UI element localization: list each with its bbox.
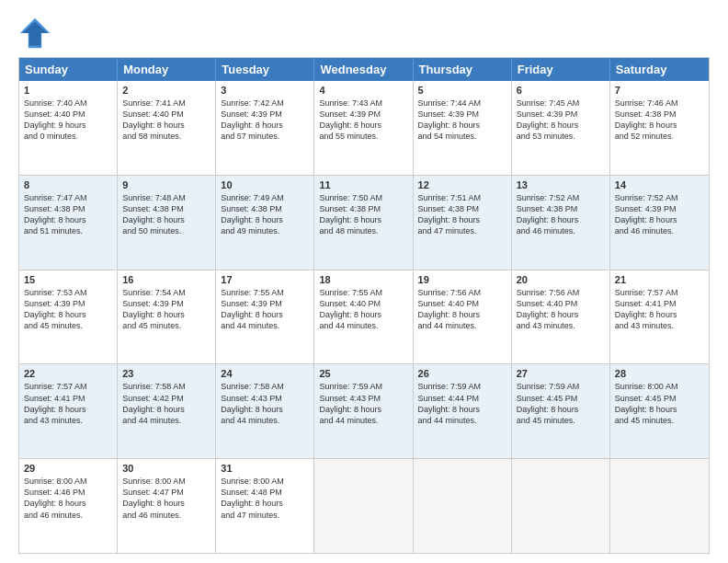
day-number: 3	[221, 85, 309, 96]
day-info: Sunrise: 7:48 AMSunset: 4:38 PMDaylight:…	[122, 192, 210, 237]
day-cell-5: 5Sunrise: 7:44 AMSunset: 4:39 PMDaylight…	[414, 81, 512, 175]
day-number: 29	[24, 463, 112, 474]
header-day-wednesday: Wednesday	[314, 58, 413, 81]
day-cell-25: 25Sunrise: 7:59 AMSunset: 4:43 PMDayligh…	[314, 364, 413, 458]
day-number: 4	[319, 85, 407, 96]
day-number: 12	[418, 179, 506, 190]
day-cell-19: 19Sunrise: 7:56 AMSunset: 4:40 PMDayligh…	[414, 270, 512, 364]
calendar-row-1: 8Sunrise: 7:47 AMSunset: 4:38 PMDaylight…	[19, 176, 709, 270]
day-cell-11: 11Sunrise: 7:50 AMSunset: 4:38 PMDayligh…	[314, 176, 413, 270]
day-info: Sunrise: 7:42 AMSunset: 4:39 PMDaylight:…	[221, 98, 309, 143]
day-cell-4: 4Sunrise: 7:43 AMSunset: 4:39 PMDaylight…	[314, 81, 413, 175]
day-info: Sunrise: 7:59 AMSunset: 4:43 PMDaylight:…	[319, 381, 407, 426]
day-cell-1: 1Sunrise: 7:40 AMSunset: 4:40 PMDaylight…	[19, 81, 118, 175]
day-number: 16	[122, 274, 210, 285]
calendar-row-4: 29Sunrise: 8:00 AMSunset: 4:46 PMDayligh…	[19, 459, 709, 553]
day-number: 17	[221, 274, 309, 285]
day-cell-21: 21Sunrise: 7:57 AMSunset: 4:41 PMDayligh…	[610, 270, 709, 364]
day-number: 31	[221, 463, 309, 474]
day-info: Sunrise: 7:55 AMSunset: 4:39 PMDaylight:…	[221, 287, 309, 332]
day-info: Sunrise: 7:52 AMSunset: 4:38 PMDaylight:…	[517, 192, 605, 237]
day-number: 2	[122, 85, 210, 96]
day-cell-24: 24Sunrise: 7:58 AMSunset: 4:43 PMDayligh…	[216, 364, 314, 458]
day-info: Sunrise: 8:00 AMSunset: 4:48 PMDaylight:…	[221, 476, 309, 521]
day-cell-2: 2Sunrise: 7:41 AMSunset: 4:40 PMDaylight…	[118, 81, 216, 175]
day-info: Sunrise: 7:59 AMSunset: 4:45 PMDaylight:…	[517, 381, 605, 426]
day-number: 8	[24, 179, 112, 190]
day-info: Sunrise: 8:00 AMSunset: 4:46 PMDaylight:…	[24, 476, 112, 521]
empty-cell	[414, 459, 512, 553]
header-day-friday: Friday	[512, 58, 610, 81]
day-cell-14: 14Sunrise: 7:52 AMSunset: 4:39 PMDayligh…	[610, 176, 709, 270]
calendar-body: 1Sunrise: 7:40 AMSunset: 4:40 PMDaylight…	[19, 81, 709, 553]
day-cell-16: 16Sunrise: 7:54 AMSunset: 4:39 PMDayligh…	[118, 270, 216, 364]
day-cell-6: 6Sunrise: 7:45 AMSunset: 4:39 PMDaylight…	[512, 81, 610, 175]
day-info: Sunrise: 7:53 AMSunset: 4:39 PMDaylight:…	[24, 287, 112, 332]
svg-marker-1	[23, 21, 48, 45]
day-number: 21	[615, 274, 704, 285]
day-cell-8: 8Sunrise: 7:47 AMSunset: 4:38 PMDaylight…	[19, 176, 118, 270]
empty-cell	[512, 459, 610, 553]
day-number: 27	[517, 368, 605, 379]
day-number: 11	[319, 179, 407, 190]
day-info: Sunrise: 7:51 AMSunset: 4:38 PMDaylight:…	[418, 192, 506, 237]
day-info: Sunrise: 7:47 AMSunset: 4:38 PMDaylight:…	[24, 192, 112, 237]
day-number: 30	[122, 463, 210, 474]
day-cell-22: 22Sunrise: 7:57 AMSunset: 4:41 PMDayligh…	[19, 364, 118, 458]
day-cell-30: 30Sunrise: 8:00 AMSunset: 4:47 PMDayligh…	[118, 459, 216, 553]
day-cell-28: 28Sunrise: 8:00 AMSunset: 4:45 PMDayligh…	[610, 364, 709, 458]
day-cell-15: 15Sunrise: 7:53 AMSunset: 4:39 PMDayligh…	[19, 270, 118, 364]
day-number: 22	[24, 368, 112, 379]
day-info: Sunrise: 7:57 AMSunset: 4:41 PMDaylight:…	[24, 381, 112, 426]
calendar: SundayMondayTuesdayWednesdayThursdayFrid…	[18, 57, 710, 554]
day-cell-29: 29Sunrise: 8:00 AMSunset: 4:46 PMDayligh…	[19, 459, 118, 553]
day-cell-13: 13Sunrise: 7:52 AMSunset: 4:38 PMDayligh…	[512, 176, 610, 270]
day-cell-9: 9Sunrise: 7:48 AMSunset: 4:38 PMDaylight…	[118, 176, 216, 270]
day-info: Sunrise: 7:58 AMSunset: 4:43 PMDaylight:…	[221, 381, 309, 426]
day-info: Sunrise: 7:52 AMSunset: 4:39 PMDaylight:…	[615, 192, 704, 237]
day-info: Sunrise: 7:57 AMSunset: 4:41 PMDaylight:…	[615, 287, 704, 332]
empty-cell	[314, 459, 413, 553]
header-day-sunday: Sunday	[19, 58, 118, 81]
day-info: Sunrise: 7:55 AMSunset: 4:40 PMDaylight:…	[319, 287, 407, 332]
day-info: Sunrise: 7:54 AMSunset: 4:39 PMDaylight:…	[122, 287, 210, 332]
day-info: Sunrise: 8:00 AMSunset: 4:45 PMDaylight:…	[615, 381, 704, 426]
day-number: 24	[221, 368, 309, 379]
day-cell-7: 7Sunrise: 7:46 AMSunset: 4:38 PMDaylight…	[610, 81, 709, 175]
day-number: 7	[615, 85, 704, 96]
day-cell-12: 12Sunrise: 7:51 AMSunset: 4:38 PMDayligh…	[414, 176, 512, 270]
header-day-thursday: Thursday	[414, 58, 512, 81]
day-info: Sunrise: 7:49 AMSunset: 4:38 PMDaylight:…	[221, 192, 309, 237]
day-number: 1	[24, 85, 112, 96]
day-cell-27: 27Sunrise: 7:59 AMSunset: 4:45 PMDayligh…	[512, 364, 610, 458]
day-number: 13	[517, 179, 605, 190]
empty-cell	[610, 459, 709, 553]
header-day-tuesday: Tuesday	[216, 58, 314, 81]
day-number: 9	[122, 179, 210, 190]
day-info: Sunrise: 7:41 AMSunset: 4:40 PMDaylight:…	[122, 98, 210, 143]
day-info: Sunrise: 7:40 AMSunset: 4:40 PMDaylight:…	[24, 98, 112, 143]
day-cell-23: 23Sunrise: 7:58 AMSunset: 4:42 PMDayligh…	[118, 364, 216, 458]
day-info: Sunrise: 7:44 AMSunset: 4:39 PMDaylight:…	[418, 98, 506, 143]
day-cell-31: 31Sunrise: 8:00 AMSunset: 4:48 PMDayligh…	[216, 459, 314, 553]
calendar-row-3: 22Sunrise: 7:57 AMSunset: 4:41 PMDayligh…	[19, 364, 709, 459]
day-number: 18	[319, 274, 407, 285]
day-info: Sunrise: 7:43 AMSunset: 4:39 PMDaylight:…	[319, 98, 407, 143]
day-info: Sunrise: 7:58 AMSunset: 4:42 PMDaylight:…	[122, 381, 210, 426]
day-cell-10: 10Sunrise: 7:49 AMSunset: 4:38 PMDayligh…	[216, 176, 314, 270]
day-info: Sunrise: 7:59 AMSunset: 4:44 PMDaylight:…	[418, 381, 506, 426]
day-cell-17: 17Sunrise: 7:55 AMSunset: 4:39 PMDayligh…	[216, 270, 314, 364]
calendar-row-0: 1Sunrise: 7:40 AMSunset: 4:40 PMDaylight…	[19, 81, 709, 176]
logo-icon	[18, 17, 51, 50]
header-day-saturday: Saturday	[610, 58, 709, 81]
header-day-monday: Monday	[118, 58, 216, 81]
day-cell-20: 20Sunrise: 7:56 AMSunset: 4:40 PMDayligh…	[512, 270, 610, 364]
day-number: 28	[615, 368, 704, 379]
day-info: Sunrise: 8:00 AMSunset: 4:47 PMDaylight:…	[122, 476, 210, 521]
day-info: Sunrise: 7:46 AMSunset: 4:38 PMDaylight:…	[615, 98, 704, 143]
day-info: Sunrise: 7:45 AMSunset: 4:39 PMDaylight:…	[517, 98, 605, 143]
day-number: 26	[418, 368, 506, 379]
day-number: 25	[319, 368, 407, 379]
header	[18, 17, 710, 50]
day-number: 23	[122, 368, 210, 379]
